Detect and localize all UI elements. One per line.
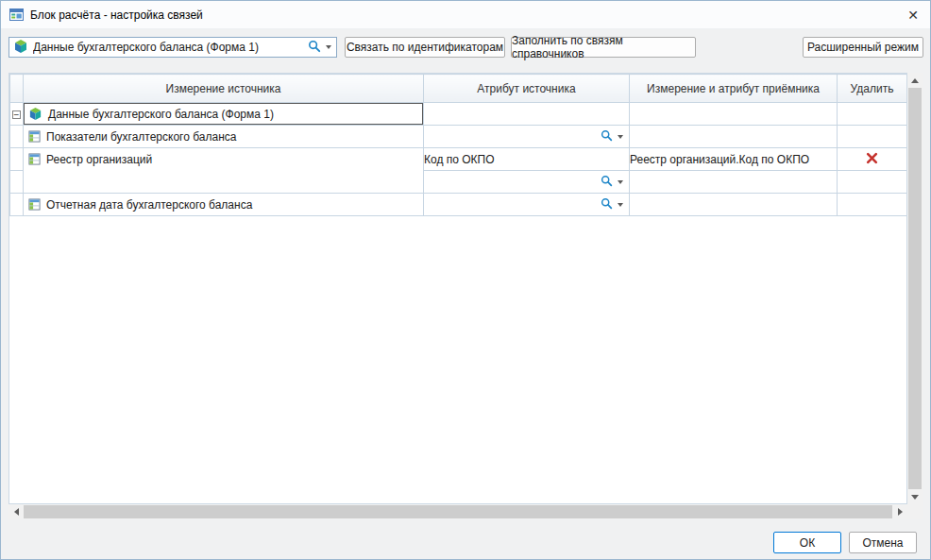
- grid-cell-empty[interactable]: [424, 103, 630, 126]
- source-object-combobox[interactable]: Данные бухгалтерского баланса (Форма 1): [8, 37, 337, 58]
- data-cube-icon: [13, 39, 28, 57]
- tree-collapse-icon[interactable]: −: [12, 110, 21, 119]
- grid-cell-empty[interactable]: [838, 126, 907, 148]
- scroll-left-button[interactable]: [8, 504, 24, 519]
- grid-cell-empty[interactable]: [630, 194, 838, 216]
- grid-cell-empty[interactable]: [838, 194, 907, 216]
- ok-button[interactable]: ОК: [773, 532, 841, 553]
- grid-cell-empty[interactable]: [838, 171, 907, 194]
- grid-cell-registry-receiver[interactable]: Реестр организаций.Код по ОКПО: [630, 148, 838, 171]
- combobox-value: Данные бухгалтерского баланса (Форма 1): [33, 41, 303, 54]
- grid-header-source-dimension: Измерение источника: [24, 75, 424, 103]
- dictionary-table-icon: [28, 153, 41, 165]
- horizontal-scrollbar-thumb[interactable]: [24, 505, 892, 518]
- row-label: Показатели бухгалтерского баланса: [46, 130, 236, 144]
- grid-header-tree-strip: [10, 75, 24, 103]
- scrollbar-corner: [907, 504, 923, 519]
- grid-header-delete: Удалить: [838, 75, 907, 103]
- grid-header-receiver: Измерение и атрибут приёмника: [630, 75, 838, 103]
- vertical-scrollbar-thumb[interactable]: [908, 88, 922, 489]
- search-icon[interactable]: [308, 40, 321, 56]
- window-icon: [9, 8, 24, 22]
- grid-cell-registry-source[interactable]: Реестр организаций: [24, 148, 424, 194]
- grid-cell-report-date-attribute[interactable]: [424, 194, 630, 216]
- grid-row-report-date: Отчетная дата бухгалтерского баланса: [10, 194, 907, 216]
- grid-cell-registry-delete: [838, 148, 907, 171]
- grid-cell-registry-attribute-new[interactable]: [424, 171, 630, 194]
- search-icon[interactable]: [601, 129, 613, 144]
- grid-header-row: Измерение источника Атрибут источника Из…: [10, 75, 907, 103]
- tree-strip-cell: [10, 194, 24, 216]
- row-label: Реестр организаций: [46, 153, 152, 166]
- scroll-up-button[interactable]: [907, 73, 923, 88]
- tree-strip-cell: [10, 148, 24, 171]
- data-cube-icon: [28, 107, 42, 121]
- chevron-down-icon[interactable]: [618, 180, 623, 184]
- grid-row-indicators: Показатели бухгалтерского баланса: [10, 126, 907, 148]
- close-button[interactable]: ✕: [896, 1, 930, 29]
- grid-cell-report-date-source[interactable]: Отчетная дата бухгалтерского баланса: [24, 194, 424, 216]
- chevron-down-icon[interactable]: [326, 45, 331, 49]
- grid-cell-empty[interactable]: [630, 171, 838, 194]
- grid-cell-registry-attribute[interactable]: Код по ОКПО: [424, 148, 630, 171]
- row-label: Отчетная дата бухгалтерского баланса: [46, 198, 252, 212]
- scroll-down-button[interactable]: [907, 489, 923, 504]
- grid-cell-root-source[interactable]: Данные бухгалтерского баланса (Форма 1): [24, 103, 424, 126]
- grid-cell-empty[interactable]: [838, 103, 907, 126]
- tree-strip-cell: −: [10, 103, 24, 126]
- tree-strip-cell: [10, 126, 24, 148]
- search-icon[interactable]: [601, 197, 613, 212]
- fill-by-dictionary-links-button[interactable]: Заполнить по связям справочников: [511, 37, 696, 58]
- dictionary-table-icon: [28, 130, 41, 143]
- advanced-mode-button[interactable]: Расширенный режим: [803, 37, 923, 58]
- links-grid: Измерение источника Атрибут источника Из…: [9, 74, 907, 216]
- title-bar: Блок расчёта - настройка связей: [1, 1, 930, 29]
- chevron-down-icon[interactable]: [618, 203, 623, 207]
- page-title: Блок расчёта - настройка связей: [30, 8, 203, 22]
- scroll-right-button[interactable]: [892, 504, 907, 519]
- dictionary-table-icon: [28, 198, 41, 211]
- links-grid-area: Измерение источника Атрибут источника Из…: [8, 73, 923, 519]
- triangle-up-icon: [911, 78, 919, 83]
- grid-cell-indicators-attribute[interactable]: [424, 126, 630, 148]
- horizontal-scrollbar[interactable]: [8, 504, 907, 519]
- chevron-down-icon[interactable]: [618, 135, 623, 139]
- root-label: Данные бухгалтерского баланса (Форма 1): [48, 108, 274, 121]
- grid-cell-indicators-source[interactable]: Показатели бухгалтерского баланса: [24, 126, 424, 148]
- vertical-scrollbar[interactable]: [907, 73, 923, 504]
- grid-cell-empty[interactable]: [630, 126, 838, 148]
- triangle-down-icon: [911, 495, 919, 500]
- link-by-identifiers-button[interactable]: Связать по идентификаторам: [345, 37, 505, 58]
- tree-strip-cell: [10, 171, 24, 194]
- dialog-window: Блок расчёта - настройка связей ✕ Данные…: [0, 0, 931, 560]
- grid-header-source-attribute: Атрибут источника: [424, 75, 630, 103]
- delete-link-icon[interactable]: [866, 154, 878, 167]
- grid-row-registry: Реестр организаций Код по ОКПО Реестр ор…: [10, 148, 907, 171]
- cancel-button[interactable]: Отмена: [849, 532, 917, 553]
- links-grid-viewport: Измерение источника Атрибут источника Из…: [8, 73, 907, 504]
- grid-row-root: − Данные бухгалтерского баланса (Форма 1…: [10, 103, 907, 126]
- triangle-left-icon: [14, 508, 19, 516]
- search-icon[interactable]: [601, 175, 613, 190]
- grid-cell-empty[interactable]: [630, 103, 838, 126]
- triangle-right-icon: [898, 508, 903, 516]
